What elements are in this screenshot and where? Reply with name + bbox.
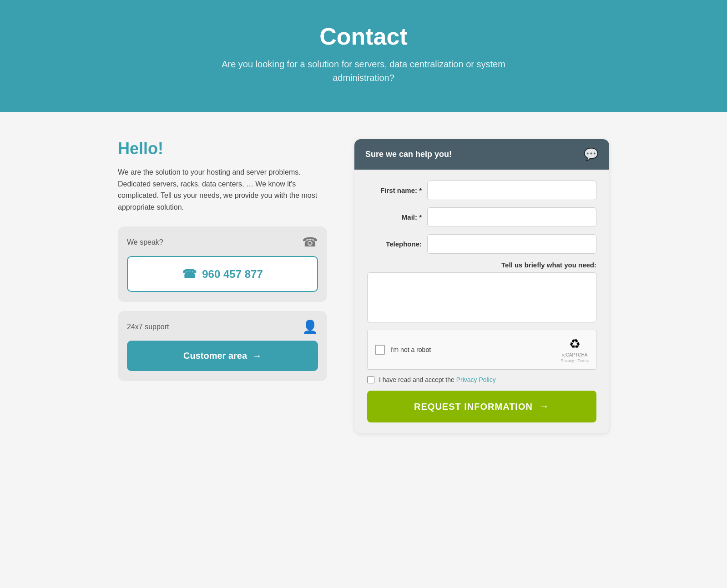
phone-card-header: We speak? ☎ (127, 235, 318, 250)
main-content: Hello! We are the solution to your hosti… (45, 112, 682, 461)
telephone-row: Telephone: (367, 234, 596, 254)
chat-icon: 💬 (584, 147, 598, 161)
arrow-icon: → (252, 351, 262, 361)
header-subtitle: Are you looking for a solution for serve… (204, 57, 523, 85)
submit-button[interactable]: REQUEST INFORMATION → (367, 391, 596, 422)
person-icon: 👤 (302, 319, 318, 334)
page-title: Contact (9, 23, 718, 50)
page-header: Contact Are you looking for a solution f… (0, 0, 727, 112)
message-textarea[interactable] (367, 272, 596, 322)
form-header-label: Sure we can help you! (365, 150, 452, 159)
submit-arrow-icon: → (539, 401, 550, 412)
form-header: Sure we can help you! 💬 (354, 139, 609, 170)
telephone-input[interactable] (427, 234, 596, 254)
we-speak-label: We speak? (127, 238, 163, 246)
mail-label: Mail: * (367, 213, 422, 221)
mail-input[interactable] (427, 207, 596, 227)
form-body: First name: * Mail: * Telephone: Tell us… (354, 170, 609, 433)
recaptcha-logo: ♻ reCAPTCHA Privacy - Terms (560, 337, 589, 363)
form-card: Sure we can help you! 💬 First name: * Ma… (354, 139, 609, 433)
recaptcha-checkbox[interactable] (375, 345, 385, 355)
mail-row: Mail: * (367, 207, 596, 227)
customer-area-label: Customer area (183, 351, 247, 361)
contact-form-panel: Sure we can help you! 💬 First name: * Ma… (354, 139, 609, 433)
privacy-text: I have read and accept the Privacy Polic… (379, 376, 496, 383)
phone-card: We speak? ☎ ☎ 960 457 877 (118, 226, 327, 302)
support-card: 24x7 support 👤 Customer area → (118, 311, 327, 381)
recaptcha-sub: Privacy - Terms (560, 358, 589, 363)
support-card-header: 24x7 support 👤 (127, 319, 318, 334)
telephone-label: Telephone: (367, 240, 422, 248)
customer-area-button[interactable]: Customer area → (127, 341, 318, 371)
privacy-checkbox[interactable] (367, 376, 374, 383)
phone-icon: ☎ (182, 267, 197, 281)
recaptcha-box: I'm not a robot ♻ reCAPTCHA Privacy - Te… (367, 330, 596, 370)
first-name-label: First name: * (367, 186, 422, 194)
privacy-row: I have read and accept the Privacy Polic… (367, 376, 596, 383)
recaptcha-icon: ♻ (569, 337, 581, 352)
recaptcha-brand: reCAPTCHA (562, 352, 588, 357)
privacy-policy-link[interactable]: Privacy Policy (456, 376, 496, 383)
greeting-heading: Hello! (118, 139, 327, 158)
left-panel: Hello! We are the solution to your hosti… (118, 139, 327, 390)
phone-card-icon: ☎ (302, 235, 318, 250)
description-text: We are the solution to your hosting and … (118, 166, 327, 213)
message-label: Tell us briefly what you need: (367, 261, 596, 269)
recaptcha-left: I'm not a robot (375, 345, 431, 355)
phone-number: 960 457 877 (202, 268, 263, 281)
recaptcha-label: I'm not a robot (390, 346, 431, 353)
submit-label: REQUEST INFORMATION (414, 402, 533, 412)
first-name-row: First name: * (367, 181, 596, 200)
phone-number-button[interactable]: ☎ 960 457 877 (127, 256, 318, 292)
first-name-input[interactable] (427, 181, 596, 200)
support-label: 24x7 support (127, 323, 169, 331)
